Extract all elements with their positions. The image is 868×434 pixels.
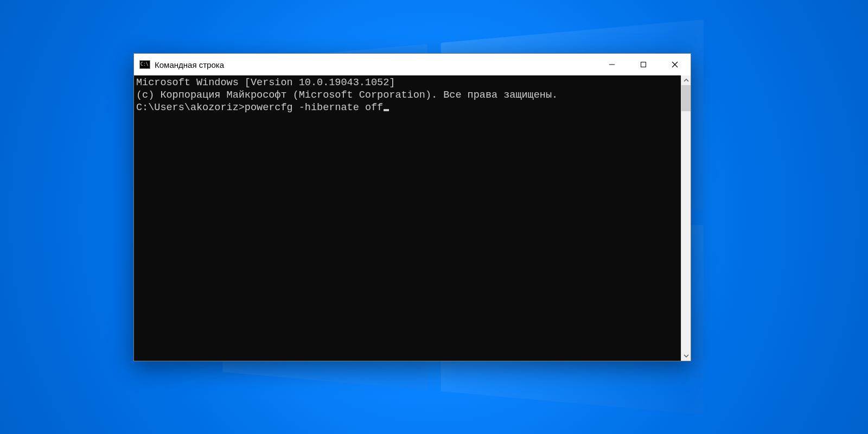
terminal-line: (c) Корпорация Майкрософт (Microsoft Cor…	[136, 89, 679, 101]
chevron-up-icon	[684, 78, 689, 83]
maximize-button[interactable]	[628, 54, 659, 75]
close-icon	[672, 61, 678, 68]
terminal-prompt: C:\Users\akozoriz>	[136, 102, 245, 113]
svg-rect-1	[641, 62, 646, 67]
client-area: Microsoft Windows [Version 10.0.19043.10…	[134, 75, 691, 361]
minimize-button[interactable]	[596, 54, 628, 75]
scroll-down-button[interactable]	[681, 351, 691, 361]
titlebar[interactable]: Командная строка	[134, 54, 691, 75]
terminal-output[interactable]: Microsoft Windows [Version 10.0.19043.10…	[134, 75, 681, 361]
vertical-scrollbar[interactable]	[681, 75, 691, 361]
scrollbar-track[interactable]	[681, 85, 691, 351]
command-prompt-window: Командная строка Microsoft Windows [Vers…	[133, 53, 691, 361]
cursor-icon	[384, 109, 389, 111]
terminal-prompt-line: C:\Users\akozoriz>powercfg -hibernate of…	[136, 101, 679, 114]
minimize-icon	[609, 61, 615, 68]
window-controls	[596, 54, 691, 75]
terminal-command: powercfg -hibernate off	[245, 102, 383, 113]
scrollbar-thumb[interactable]	[681, 85, 691, 111]
titlebar-left: Командная строка	[139, 60, 224, 69]
terminal-line: Microsoft Windows [Version 10.0.19043.10…	[136, 76, 679, 89]
close-button[interactable]	[659, 54, 691, 75]
maximize-icon	[640, 61, 647, 68]
cmd-icon	[139, 60, 150, 69]
window-title: Командная строка	[155, 60, 224, 69]
chevron-down-icon	[684, 353, 689, 359]
scroll-up-button[interactable]	[681, 75, 691, 85]
